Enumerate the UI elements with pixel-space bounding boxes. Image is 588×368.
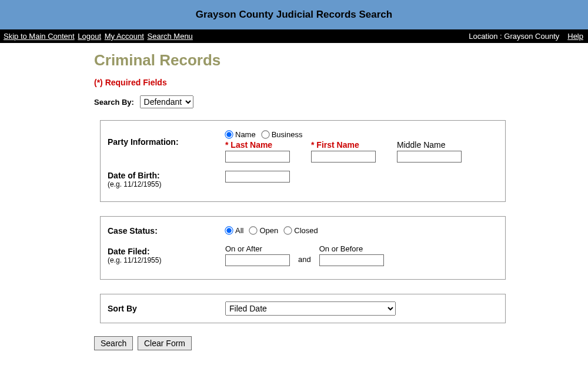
party-info-section: Party Information: Name Business Last Na… [100, 120, 506, 202]
and-text: and [298, 255, 311, 266]
date-before-input[interactable] [319, 254, 384, 266]
radio-business-label: Business [272, 130, 303, 139]
radio-closed-label: Closed [294, 226, 318, 235]
location-text: Location : Grayson County [469, 32, 559, 41]
radio-open-label: Open [259, 226, 278, 235]
search-by-row: Search By: Defendant [94, 95, 506, 108]
middle-name-input[interactable] [397, 151, 462, 163]
nav-right: Location : Grayson County Help [469, 32, 584, 41]
required-note: (*) Required Fields [94, 78, 506, 87]
logout-link[interactable]: Logout [78, 32, 101, 41]
help-link[interactable]: Help [567, 32, 583, 41]
last-name-input[interactable] [225, 151, 290, 163]
page-title: Criminal Records [94, 51, 506, 69]
date-after-input[interactable] [225, 254, 290, 266]
my-account-link[interactable]: My Account [105, 32, 144, 41]
nav-bar: Skip to Main Content Logout My Account S… [0, 29, 588, 43]
search-menu-link[interactable]: Search Menu [148, 32, 193, 41]
on-after-label: On or After [225, 244, 290, 253]
party-info-label: Party Information: [108, 130, 225, 147]
header-title: Grayson County Judicial Records Search [196, 9, 392, 20]
header-bar: Grayson County Judicial Records Search [0, 0, 588, 29]
last-name-label: Last Name [225, 140, 290, 150]
search-by-label: Search By: [94, 98, 134, 107]
party-type-radios: Name Business [225, 130, 498, 139]
dob-hint: (e.g. 11/12/1955) [108, 180, 225, 188]
case-status-label: Case Status: [108, 226, 225, 236]
case-status-section: Case Status: All Open Closed Date Filed:… [100, 216, 506, 280]
middle-name-label: Middle Name [397, 140, 462, 150]
radio-all[interactable] [225, 226, 233, 234]
search-by-select[interactable]: Defendant [140, 95, 193, 108]
radio-name[interactable] [225, 130, 233, 138]
dob-input[interactable] [225, 171, 290, 183]
date-filed-label: Date Filed: [108, 247, 150, 256]
search-button[interactable]: Search [94, 336, 133, 350]
radio-all-label: All [235, 226, 243, 235]
sort-by-select[interactable]: Filed Date [225, 301, 396, 316]
main-content: Criminal Records (*) Required Fields Sea… [94, 43, 506, 350]
sort-by-label: Sort By [108, 304, 225, 313]
radio-open[interactable] [249, 226, 258, 234]
case-status-radios: All Open Closed [225, 226, 322, 235]
on-before-label: On or Before [319, 244, 384, 253]
sort-section: Sort By Filed Date [100, 294, 506, 323]
radio-closed[interactable] [284, 226, 292, 234]
button-row: Search Clear Form [94, 336, 506, 350]
nav-left: Skip to Main Content Logout My Account S… [4, 32, 194, 41]
dob-label: Date of Birth: [108, 171, 160, 180]
clear-form-button[interactable]: Clear Form [138, 336, 192, 350]
radio-business[interactable] [261, 130, 269, 138]
first-name-label: First Name [311, 140, 376, 150]
radio-name-label: Name [235, 130, 256, 139]
date-filed-hint: (e.g. 11/12/1955) [108, 256, 225, 264]
skip-link[interactable]: Skip to Main Content [4, 32, 75, 41]
first-name-input[interactable] [311, 151, 376, 163]
